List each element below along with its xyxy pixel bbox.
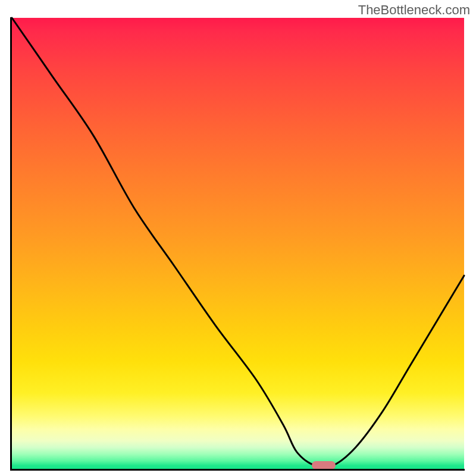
- chart-container: TheBottleneck.com: [0, 0, 476, 476]
- curve-svg: [12, 18, 464, 470]
- bottleneck-curve-path: [12, 18, 464, 468]
- optimal-point-marker: [312, 461, 336, 469]
- watermark-text: TheBottleneck.com: [358, 2, 470, 18]
- plot-area: [12, 18, 464, 470]
